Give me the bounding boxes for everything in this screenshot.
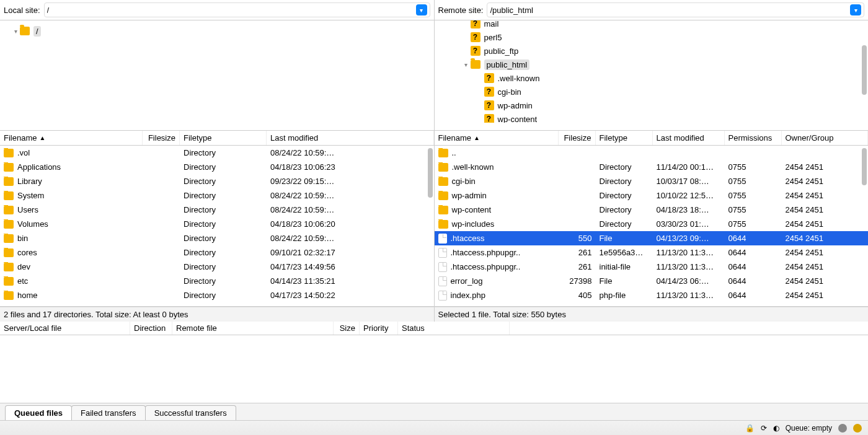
tree-item[interactable]: ? cgi-bin xyxy=(435,85,869,99)
owner-cell: 2454 2451 xyxy=(782,291,839,300)
local-site-input-wrap[interactable]: ▾ xyxy=(44,2,430,17)
remote-col-filetype[interactable]: Filetype xyxy=(596,131,653,145)
file-icon xyxy=(438,262,447,272)
list-row[interactable]: wp-includes Directory 03/30/23 01:… 0755… xyxy=(435,217,869,231)
remote-file-list-panel: Filename▲ Filesize Filetype Last modifie… xyxy=(434,131,869,306)
tree-view-area: ▾ / ? mail ? perl5 ? public_ftp ▾ public… xyxy=(0,20,868,131)
filetype-cell: Directory xyxy=(180,205,267,214)
modified-cell: 11/13/20 11:3… xyxy=(653,291,725,300)
local-site-input[interactable] xyxy=(47,6,416,15)
tree-item-label: public_ftp xyxy=(484,46,519,56)
unknown-folder-icon: ? xyxy=(471,32,480,42)
tree-item-label: perl5 xyxy=(484,33,502,42)
permissions-cell: 0755 xyxy=(725,191,782,200)
remote-site-input-wrap[interactable]: ▾ xyxy=(487,2,864,17)
local-file-list[interactable]: .vol Directory 08/24/22 10:59:… Applicat… xyxy=(0,146,434,306)
queue-col-priority[interactable]: Priority xyxy=(360,322,398,335)
queue-label: Queue: empty xyxy=(786,424,832,433)
filter-icon[interactable]: ◐ xyxy=(773,424,779,433)
disclosure-icon[interactable]: ▾ xyxy=(462,61,471,68)
list-row[interactable]: Volumes Directory 04/18/23 10:06:20 xyxy=(0,217,434,231)
disclosure-icon[interactable]: ▾ xyxy=(11,28,20,35)
remote-tree-panel: ? mail ? perl5 ? public_ftp ▾ public_htm… xyxy=(434,20,869,130)
tab-successful-transfers[interactable]: Successful transfers xyxy=(145,405,236,420)
filename-cell: Volumes xyxy=(17,219,48,229)
filetype-cell: 1e5956a3… xyxy=(596,248,653,257)
list-row[interactable]: .htaccess 550 File 04/13/23 09:… 0644 24… xyxy=(435,231,869,245)
remote-col-permissions[interactable]: Permissions xyxy=(725,131,782,145)
list-row[interactable]: .htaccess.phpupgr.. 261 1e5956a3… 11/13/… xyxy=(435,245,869,260)
remote-tree[interactable]: ? mail ? perl5 ? public_ftp ▾ public_htm… xyxy=(435,20,869,123)
list-row[interactable]: .vol Directory 08/24/22 10:59:… xyxy=(0,146,434,160)
filetype-cell: Directory xyxy=(596,162,653,172)
filesize-cell: 261 xyxy=(559,248,596,257)
tree-item[interactable]: ? public_ftp xyxy=(435,44,869,58)
remote-list-scrollbar[interactable] xyxy=(862,148,867,185)
local-col-filesize[interactable]: Filesize xyxy=(143,131,180,145)
folder-icon xyxy=(20,27,30,35)
remote-col-modified[interactable]: Last modified xyxy=(653,131,725,145)
queue-body[interactable] xyxy=(0,335,868,403)
remote-col-owner[interactable]: Owner/Group xyxy=(782,131,869,145)
local-tree[interactable]: ▾ / xyxy=(0,20,434,130)
list-row[interactable]: error_log 27398 File 04/14/23 06:… 0644 … xyxy=(435,274,869,288)
list-row[interactable]: bin Directory 08/24/22 10:59:… xyxy=(0,231,434,245)
modified-cell: 04/17/23 14:50:22 xyxy=(267,291,428,300)
list-row[interactable]: .. xyxy=(435,146,869,160)
site-path-bar: Local site: ▾ Remote site: ▾ xyxy=(0,0,868,20)
tree-item[interactable]: ▾ public_html xyxy=(435,58,869,71)
owner-cell: 2454 2451 xyxy=(782,177,839,186)
tree-item[interactable]: ? wp-content xyxy=(435,112,869,123)
list-row[interactable]: home Directory 04/17/23 14:50:22 xyxy=(0,288,434,302)
list-row[interactable]: .htaccess.phpupgr.. 261 initial-file 11/… xyxy=(435,260,869,274)
list-row[interactable]: Applications Directory 04/18/23 10:06:23 xyxy=(0,160,434,174)
list-row[interactable]: wp-content Directory 04/18/23 18:… 0755 … xyxy=(435,203,869,217)
list-row[interactable]: System Directory 08/24/22 10:59:… xyxy=(0,188,434,203)
list-row[interactable]: cores Directory 09/10/21 02:32:17 xyxy=(0,245,434,260)
local-col-modified[interactable]: Last modified xyxy=(267,131,434,145)
tree-item[interactable]: ▾ / xyxy=(0,24,434,38)
list-row[interactable]: index.php 405 php-file 11/13/20 11:3… 06… xyxy=(435,288,869,302)
filetype-cell: Directory xyxy=(180,234,267,243)
folder-icon xyxy=(438,220,448,229)
local-list-scrollbar[interactable] xyxy=(428,148,433,198)
permissions-cell: 0644 xyxy=(725,262,782,271)
queue-col-size[interactable]: Size xyxy=(334,322,360,335)
remote-site-dropdown-icon[interactable]: ▾ xyxy=(850,4,861,15)
remote-tree-scrollbar[interactable] xyxy=(862,45,867,95)
tree-item[interactable]: ? wp-admin xyxy=(435,99,869,112)
modified-cell: 04/13/23 09:… xyxy=(653,234,725,243)
queue-col-server[interactable]: Server/Local file xyxy=(0,322,130,335)
tab-queued-files[interactable]: Queued files xyxy=(5,405,72,420)
list-row[interactable]: etc Directory 04/14/23 11:35:21 xyxy=(0,274,434,288)
queue-col-remote[interactable]: Remote file xyxy=(172,322,334,335)
file-list-area: Filename▲ Filesize Filetype Last modifie… xyxy=(0,131,868,307)
modified-cell: 04/14/23 06:… xyxy=(653,276,725,286)
remote-col-filename[interactable]: Filename▲ xyxy=(435,131,559,145)
list-row[interactable]: Users Directory 08/24/22 10:59:… xyxy=(0,203,434,217)
list-row[interactable]: dev Directory 04/17/23 14:49:56 xyxy=(0,260,434,274)
tree-item[interactable]: ? mail xyxy=(435,20,869,30)
remote-file-list[interactable]: .. .well-known Directory 11/14/20 00:1… … xyxy=(435,146,869,306)
list-row[interactable]: Library Directory 09/23/22 09:15:… xyxy=(0,174,434,188)
local-col-filename[interactable]: Filename▲ xyxy=(0,131,143,145)
tree-item[interactable]: ? .well-known xyxy=(435,71,869,85)
permissions-cell: 0755 xyxy=(725,219,782,229)
modified-cell: 04/17/23 14:49:56 xyxy=(267,262,428,271)
remote-col-filesize[interactable]: Filesize xyxy=(559,131,596,145)
local-site-dropdown-icon[interactable]: ▾ xyxy=(416,4,427,15)
queue-col-direction[interactable]: Direction xyxy=(130,322,172,335)
list-row[interactable]: cgi-bin Directory 10/03/17 08:… 0755 245… xyxy=(435,174,869,188)
filename-cell: wp-content xyxy=(452,205,492,214)
filetype-cell: Directory xyxy=(596,177,653,186)
filename-cell: .htaccess xyxy=(451,234,485,243)
list-row[interactable]: wp-admin Directory 10/10/22 12:5… 0755 2… xyxy=(435,188,869,203)
list-row[interactable]: .well-known Directory 11/14/20 00:1… 075… xyxy=(435,160,869,174)
local-col-filetype[interactable]: Filetype xyxy=(180,131,267,145)
tree-item[interactable]: ? perl5 xyxy=(435,30,869,44)
queue-col-status[interactable]: Status xyxy=(398,322,510,335)
remote-site-input[interactable] xyxy=(490,6,850,15)
tab-failed-transfers[interactable]: Failed transfers xyxy=(71,405,146,420)
refresh-icon[interactable]: ⟳ xyxy=(761,424,767,433)
filename-cell: error_log xyxy=(451,276,483,286)
